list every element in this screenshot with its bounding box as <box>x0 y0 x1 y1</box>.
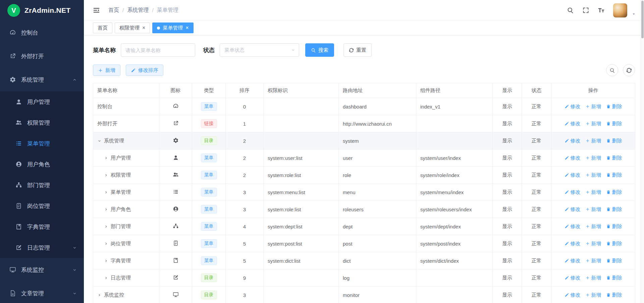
delete-button[interactable]: 删除 <box>606 121 622 127</box>
user-avatar[interactable] <box>613 3 627 17</box>
delete-button[interactable]: 删除 <box>606 241 622 247</box>
edit-button[interactable]: 修改 <box>565 206 581 213</box>
breadcrumb-item[interactable]: 首页 <box>108 7 119 14</box>
expand-arrow[interactable] <box>97 293 102 297</box>
add-row-button[interactable]: 新增 <box>585 275 601 281</box>
add-row-button[interactable]: 新增 <box>585 189 601 196</box>
breadcrumb-item[interactable]: 系统管理 <box>127 7 149 14</box>
type-tag: 菜单 <box>201 239 217 248</box>
font-size-icon[interactable] <box>598 7 605 14</box>
add-row-button[interactable]: 新增 <box>585 138 601 144</box>
refresh-icon <box>349 48 354 53</box>
edit-sort-button[interactable]: 修改排序 <box>126 64 163 76</box>
sidebar-item-user[interactable]: 用户管理 <box>0 91 84 112</box>
sidebar-item-post[interactable]: 岗位管理 <box>0 196 84 216</box>
delete-icon <box>606 207 611 212</box>
expand-arrow[interactable] <box>104 224 108 229</box>
close-icon[interactable]: × <box>142 25 145 31</box>
expand-arrow[interactable] <box>104 242 108 246</box>
menu-name-input[interactable] <box>121 43 195 57</box>
caret-down-icon[interactable] <box>632 12 636 16</box>
sidebar-item-roleusers[interactable]: 用户角色 <box>0 154 84 175</box>
delete-button[interactable]: 删除 <box>606 206 622 213</box>
edit-button[interactable]: 修改 <box>565 138 581 144</box>
edit-icon <box>565 207 569 212</box>
table-refresh-button[interactable] <box>623 64 635 76</box>
search-button[interactable]: 搜索 <box>305 43 334 57</box>
page-scrollbar <box>641 0 644 303</box>
add-row-button[interactable]: 新增 <box>585 241 601 247</box>
edit-button[interactable]: 修改 <box>565 223 581 230</box>
sidebar-item-console[interactable]: 控制台 <box>0 21 84 44</box>
delete-button[interactable]: 删除 <box>606 103 622 110</box>
expand-arrow[interactable] <box>104 190 108 194</box>
edit-button[interactable]: 修改 <box>565 172 581 178</box>
type-tag: 菜单 <box>201 205 217 214</box>
add-row-button[interactable]: 新增 <box>585 155 601 161</box>
delete-button[interactable]: 删除 <box>606 172 622 178</box>
table-search-button[interactable] <box>606 64 618 76</box>
scrollbar-thumb[interactable] <box>641 1 644 38</box>
edit-button[interactable]: 修改 <box>565 275 581 281</box>
add-row-button[interactable]: 新增 <box>585 223 601 230</box>
sidebar-item-system[interactable]: 系统管理 <box>0 68 84 91</box>
tab-role[interactable]: 权限管理× <box>115 23 150 33</box>
expand-arrow[interactable] <box>97 139 102 143</box>
log-edit-icon <box>15 244 22 251</box>
expand-arrow[interactable] <box>104 156 108 160</box>
sidebar-item-label: 菜单管理 <box>27 140 77 147</box>
edit-button[interactable]: 修改 <box>565 155 581 161</box>
tab-home[interactable]: 首页 <box>93 23 112 33</box>
add-row-button[interactable]: 新增 <box>585 206 601 213</box>
fullscreen-icon[interactable] <box>582 7 589 14</box>
delete-button[interactable]: 删除 <box>606 155 622 161</box>
delete-button[interactable]: 删除 <box>606 275 622 281</box>
sidebar-item-article[interactable]: 文章管理 <box>0 282 84 303</box>
reset-button[interactable]: 重置 <box>343 43 372 57</box>
delete-icon <box>606 224 611 229</box>
sidebar-item-external[interactable]: 外部打开 <box>0 44 84 68</box>
perm-cell: system:menu:list <box>264 184 339 201</box>
search-button-label: 搜索 <box>318 47 328 53</box>
table-row: 系统管理目录2system显示正常修改新增删除 <box>93 132 635 149</box>
add-row-button[interactable]: 新增 <box>585 103 601 110</box>
tab-menu[interactable]: 菜单管理× <box>152 23 193 33</box>
menu-fold-icon[interactable] <box>93 6 100 14</box>
plus-icon <box>585 224 590 229</box>
delete-button[interactable]: 删除 <box>606 258 622 264</box>
expand-arrow[interactable] <box>104 207 108 212</box>
sidebar-item-role[interactable]: 权限管理 <box>0 112 84 133</box>
edit-button[interactable]: 修改 <box>565 189 581 196</box>
add-row-button[interactable]: 新增 <box>585 172 601 178</box>
app-logo[interactable]: V ZrAdmin.NET <box>0 0 84 21</box>
page-content: 菜单名称 状态 菜单状态 搜索 重置 新增 <box>84 35 644 303</box>
edit-button[interactable]: 修改 <box>565 258 581 264</box>
status-select[interactable]: 菜单状态 <box>220 43 299 57</box>
edit-button[interactable]: 修改 <box>565 103 581 110</box>
column-header: 权限标识 <box>264 83 339 98</box>
sidebar-item-dept[interactable]: 部门管理 <box>0 175 84 196</box>
edit-button[interactable]: 修改 <box>565 121 581 127</box>
expand-arrow[interactable] <box>104 276 108 280</box>
add-button[interactable]: 新增 <box>93 64 120 76</box>
edit-button[interactable]: 修改 <box>565 241 581 247</box>
add-row-button[interactable]: 新增 <box>585 292 601 298</box>
table-row: 权限管理菜单2system:role:listrolesystem/role/i… <box>93 167 635 184</box>
delete-button[interactable]: 删除 <box>606 223 622 230</box>
add-row-button[interactable]: 新增 <box>585 121 601 127</box>
sidebar-item-log[interactable]: 日志管理 <box>0 237 84 258</box>
breadcrumb-separator: / <box>152 7 153 13</box>
delete-button[interactable]: 删除 <box>606 292 622 298</box>
close-icon[interactable]: × <box>185 25 189 31</box>
add-row-button[interactable]: 新增 <box>585 258 601 264</box>
menu-name: 部门管理 <box>111 223 131 230</box>
expand-arrow[interactable] <box>104 259 108 263</box>
search-icon[interactable] <box>567 7 574 14</box>
sidebar-item-monitor[interactable]: 系统监控 <box>0 258 84 282</box>
expand-arrow[interactable] <box>104 173 108 177</box>
sidebar-item-dict[interactable]: 字典管理 <box>0 216 84 237</box>
sidebar-item-menu[interactable]: 菜单管理 <box>0 133 84 154</box>
delete-button[interactable]: 删除 <box>606 189 622 196</box>
edit-button[interactable]: 修改 <box>565 292 581 298</box>
delete-button[interactable]: 删除 <box>606 138 622 144</box>
